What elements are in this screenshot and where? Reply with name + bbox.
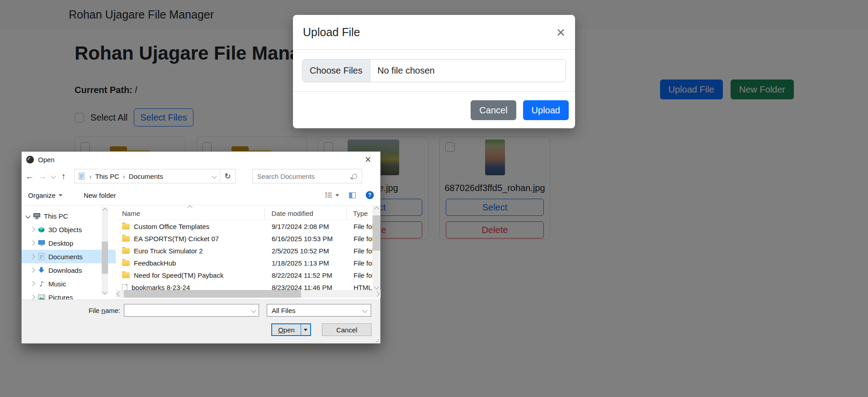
chevron-down-icon[interactable] [251, 308, 256, 313]
file-name-label: File name: [22, 307, 120, 314]
downloads-icon [38, 266, 45, 274]
dialog-titlebar[interactable]: Open × [22, 152, 380, 167]
open-button[interactable]: Open [271, 323, 311, 336]
organize-menu[interactable]: Organize [28, 191, 62, 199]
chevron-down-icon [304, 329, 307, 331]
sidebar-scrollbar[interactable] [102, 207, 108, 295]
close-icon[interactable]: × [360, 154, 376, 166]
column-header-name[interactable]: Name [116, 208, 265, 220]
organize-label: Organize [28, 191, 56, 199]
crumb-separator-icon: › [123, 173, 125, 180]
tree-label: Documents [48, 253, 83, 261]
chevron-right-icon[interactable] [30, 294, 35, 299]
file-name-input[interactable] [124, 304, 249, 316]
file-row[interactable]: EA SPORTS(TM) Cricket 07 6/16/2025 10:53… [116, 233, 373, 245]
file-row[interactable]: Need for Speed(TM) Payback 8/22/2024 11:… [116, 269, 373, 281]
forward-icon: → [38, 172, 47, 181]
scrollbar-thumb[interactable] [102, 242, 108, 274]
open-file-dialog: Open × ← → ↑ › This PC › Documents ↻ [21, 151, 381, 344]
modal-title: Upload File [303, 26, 360, 39]
search-placeholder: Search Documents [257, 173, 315, 180]
tree-label: Desktop [48, 239, 73, 247]
tree-label: This PC [44, 212, 68, 220]
scrollbar-thumb[interactable] [124, 290, 301, 298]
chevron-right-icon[interactable] [30, 267, 35, 272]
scroll-up-icon[interactable] [374, 206, 379, 211]
scroll-left-icon[interactable] [117, 291, 122, 296]
this-pc-icon [33, 212, 41, 220]
upload-button[interactable]: Upload [523, 100, 569, 120]
back-icon[interactable]: ← [25, 172, 34, 181]
search-box[interactable]: Search Documents [252, 169, 362, 183]
folder-icon [122, 272, 130, 278]
scroll-up-icon[interactable] [102, 208, 107, 213]
search-icon[interactable] [352, 174, 357, 179]
list-horizontal-scrollbar[interactable] [116, 290, 381, 298]
upload-file-modal: Upload File × Choose Files No file chose… [293, 15, 575, 128]
chevron-right-icon[interactable] [30, 227, 35, 232]
no-file-chosen-text: No file chosen [370, 60, 442, 82]
scroll-down-icon[interactable] [102, 289, 107, 294]
new-folder-label: New folder [84, 191, 116, 199]
preview-pane-icon[interactable] [349, 192, 356, 198]
chevron-right-icon[interactable] [30, 281, 35, 286]
cancel-button[interactable]: Cancel [471, 100, 516, 120]
file-row[interactable]: Euro Truck Simulator 2 2/5/2025 10:52 PM… [116, 245, 373, 257]
file-type-value: All Files [272, 307, 296, 314]
chevron-down-icon [335, 194, 339, 196]
file-type-select[interactable]: All Files [267, 304, 371, 317]
tree-label: Downloads [48, 266, 82, 274]
new-folder-command[interactable]: New folder [84, 191, 116, 199]
tree-label: 3D Objects [48, 226, 82, 234]
up-icon[interactable]: ↑ [61, 172, 66, 181]
details-view-icon [325, 192, 332, 198]
resize-grip[interactable] [374, 337, 379, 342]
scroll-right-icon[interactable] [374, 291, 379, 296]
help-icon[interactable]: ? [366, 191, 374, 199]
tree-label: Music [48, 280, 66, 288]
breadcrumb-this-pc[interactable]: This PC [95, 173, 119, 180]
file-row[interactable]: FeedbackHub 1/18/2025 1:13 PM File folde… [116, 257, 373, 269]
navigation-tree: This PC 3D Objects Desktop [22, 206, 116, 300]
documents-icon [38, 253, 45, 261]
close-icon[interactable]: × [557, 25, 565, 40]
chevron-right-icon[interactable] [30, 240, 35, 245]
dialog-title: Open [38, 156, 55, 163]
crumb-separator-icon: › [90, 173, 92, 180]
folder-icon [122, 224, 130, 229]
address-bar[interactable]: › This PC › Documents ↻ [74, 169, 236, 183]
chevron-down-icon [59, 194, 62, 196]
3d-objects-icon [38, 226, 45, 234]
cancel-button[interactable]: Cancel [322, 323, 372, 336]
address-dropdown-icon[interactable] [212, 173, 217, 178]
file-icon [122, 284, 127, 290]
documents-icon [78, 173, 86, 180]
folder-icon [122, 260, 130, 266]
refresh-icon[interactable]: ↻ [220, 169, 236, 183]
column-header-date-modified[interactable]: Date modified [265, 208, 347, 220]
music-icon: ♪ [38, 280, 45, 288]
chevron-down-icon [362, 308, 367, 313]
recent-locations-icon[interactable] [51, 173, 56, 178]
column-header-type[interactable]: Type [347, 208, 373, 220]
scrollbar-thumb[interactable] [373, 215, 380, 251]
scroll-down-icon[interactable] [374, 284, 379, 289]
choose-files-button[interactable]: Choose Files [302, 60, 370, 82]
folder-icon [122, 248, 130, 254]
browser-icon [26, 156, 34, 163]
desktop-icon [38, 239, 45, 247]
file-list: Name Date modified Type Custom Office Te… [116, 206, 380, 300]
chevron-right-icon[interactable] [30, 254, 35, 259]
breadcrumb-documents[interactable]: Documents [129, 173, 163, 180]
chevron-down-icon[interactable] [25, 213, 30, 218]
file-input[interactable]: Choose Files No file chosen [302, 59, 566, 82]
file-name-combo[interactable] [124, 304, 259, 317]
folder-icon [122, 236, 130, 242]
change-view-button[interactable] [325, 192, 339, 198]
list-vertical-scrollbar[interactable] [373, 206, 380, 290]
sort-ascending-icon [187, 205, 192, 210]
file-row[interactable]: bookmarks 8-23-24 8/23/2024 11:46 PM HTM… [116, 281, 373, 290]
screen: Rohan Ujagare File Manager Rohan Ujagare… [0, 0, 868, 397]
file-row[interactable]: Custom Office Templates 9/17/2024 2:08 P… [116, 220, 373, 233]
open-split-dropdown[interactable] [301, 324, 310, 335]
